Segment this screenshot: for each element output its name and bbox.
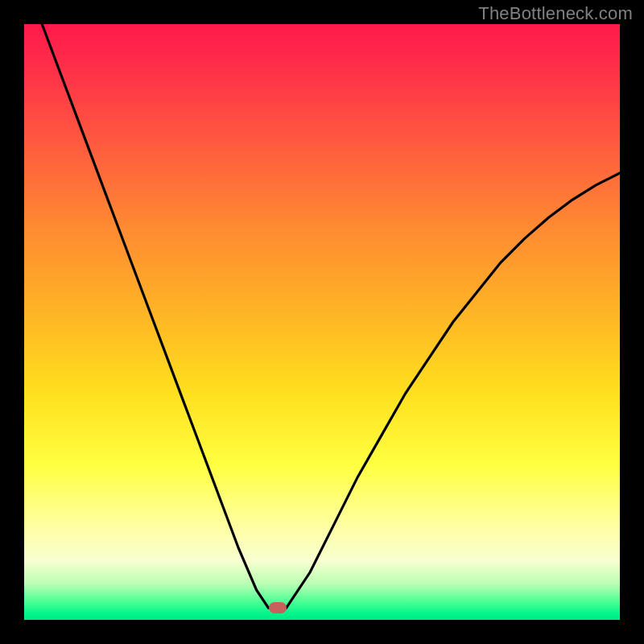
bottleneck-curve — [42, 24, 620, 608]
chart-frame: TheBottleneck.com — [0, 0, 644, 644]
curve-svg — [24, 24, 620, 620]
plot-area — [24, 24, 620, 620]
minimum-marker — [269, 602, 287, 613]
watermark-text: TheBottleneck.com — [478, 3, 633, 24]
